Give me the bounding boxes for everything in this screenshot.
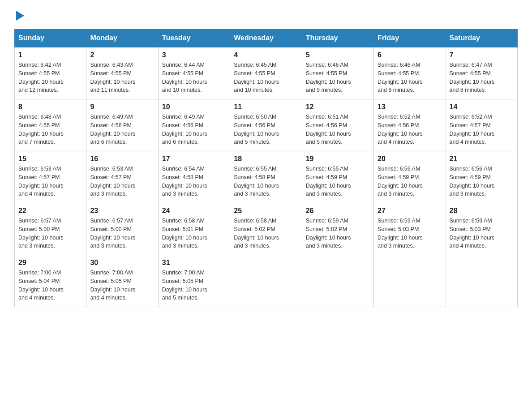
calendar-cell: 24 Sunrise: 6:58 AMSunset: 5:01 PMDaylig… — [158, 203, 230, 255]
day-info: Sunrise: 6:49 AMSunset: 4:56 PMDaylight:… — [162, 114, 207, 145]
day-number: 31 — [162, 259, 226, 267]
day-info: Sunrise: 6:53 AMSunset: 4:57 PMDaylight:… — [90, 166, 135, 197]
calendar-cell: 27 Sunrise: 6:59 AMSunset: 5:03 PMDaylig… — [374, 203, 446, 255]
day-info: Sunrise: 6:50 AMSunset: 4:56 PMDaylight:… — [234, 114, 279, 145]
day-number: 25 — [234, 207, 298, 215]
calendar-cell: 14 Sunrise: 6:52 AMSunset: 4:57 PMDaylig… — [446, 99, 517, 151]
calendar-cell: 26 Sunrise: 6:59 AMSunset: 5:02 PMDaylig… — [302, 203, 373, 255]
calendar-header-row: SundayMondayTuesdayWednesdayThursdayFrid… — [15, 30, 518, 47]
calendar-cell: 19 Sunrise: 6:55 AMSunset: 4:59 PMDaylig… — [302, 151, 373, 203]
day-info: Sunrise: 7:00 AMSunset: 5:05 PMDaylight:… — [90, 270, 135, 301]
day-number: 23 — [90, 207, 154, 215]
calendar-week-row: 15 Sunrise: 6:53 AMSunset: 4:57 PMDaylig… — [15, 151, 518, 203]
day-number: 8 — [18, 103, 82, 111]
calendar-cell: 30 Sunrise: 7:00 AMSunset: 5:05 PMDaylig… — [86, 255, 158, 307]
day-info: Sunrise: 6:46 AMSunset: 4:55 PMDaylight:… — [378, 62, 423, 93]
day-number: 6 — [378, 51, 442, 59]
day-number: 17 — [162, 155, 226, 163]
day-header-wednesday: Wednesday — [230, 30, 302, 47]
day-number: 13 — [378, 103, 442, 111]
day-number: 27 — [378, 207, 442, 215]
calendar-cell: 7 Sunrise: 6:47 AMSunset: 4:55 PMDayligh… — [446, 47, 517, 99]
calendar-cell: 4 Sunrise: 6:45 AMSunset: 4:55 PMDayligh… — [230, 47, 302, 99]
logo — [14, 11, 24, 22]
day-number: 19 — [306, 155, 370, 163]
calendar-cell: 11 Sunrise: 6:50 AMSunset: 4:56 PMDaylig… — [230, 99, 302, 151]
day-info: Sunrise: 6:59 AMSunset: 5:02 PMDaylight:… — [306, 218, 351, 249]
calendar-cell: 9 Sunrise: 6:49 AMSunset: 4:56 PMDayligh… — [86, 99, 158, 151]
day-info: Sunrise: 6:58 AMSunset: 5:01 PMDaylight:… — [162, 218, 207, 249]
calendar-cell: 22 Sunrise: 6:57 AMSunset: 5:00 PMDaylig… — [15, 203, 86, 255]
calendar-cell: 18 Sunrise: 6:55 AMSunset: 4:58 PMDaylig… — [230, 151, 302, 203]
calendar-cell: 13 Sunrise: 6:52 AMSunset: 4:56 PMDaylig… — [374, 99, 446, 151]
day-header-tuesday: Tuesday — [158, 30, 230, 47]
day-number: 5 — [306, 51, 370, 59]
day-header-sunday: Sunday — [15, 30, 86, 47]
day-info: Sunrise: 6:52 AMSunset: 4:57 PMDaylight:… — [450, 114, 495, 145]
calendar-table: SundayMondayTuesdayWednesdayThursdayFrid… — [14, 29, 518, 307]
day-info: Sunrise: 6:53 AMSunset: 4:57 PMDaylight:… — [18, 166, 64, 197]
day-info: Sunrise: 7:00 AMSunset: 5:05 PMDaylight:… — [162, 270, 207, 301]
day-info: Sunrise: 6:58 AMSunset: 5:02 PMDaylight:… — [234, 218, 279, 249]
day-number: 14 — [450, 103, 514, 111]
day-info: Sunrise: 6:49 AMSunset: 4:56 PMDaylight:… — [90, 114, 135, 145]
day-number: 26 — [306, 207, 370, 215]
day-number: 29 — [18, 259, 82, 267]
day-number: 12 — [306, 103, 370, 111]
day-info: Sunrise: 6:56 AMSunset: 4:59 PMDaylight:… — [450, 166, 495, 197]
day-info: Sunrise: 6:55 AMSunset: 4:58 PMDaylight:… — [234, 166, 279, 197]
day-number: 22 — [18, 207, 82, 215]
calendar-cell: 12 Sunrise: 6:51 AMSunset: 4:56 PMDaylig… — [302, 99, 373, 151]
calendar-cell: 6 Sunrise: 6:46 AMSunset: 4:55 PMDayligh… — [374, 47, 446, 99]
day-info: Sunrise: 6:54 AMSunset: 4:58 PMDaylight:… — [162, 166, 207, 197]
day-info: Sunrise: 6:57 AMSunset: 5:00 PMDaylight:… — [90, 218, 135, 249]
calendar-cell: 3 Sunrise: 6:44 AMSunset: 4:55 PMDayligh… — [158, 47, 230, 99]
calendar-cell: 10 Sunrise: 6:49 AMSunset: 4:56 PMDaylig… — [158, 99, 230, 151]
day-number: 28 — [450, 207, 514, 215]
day-number: 2 — [90, 51, 154, 59]
calendar-cell — [302, 255, 373, 307]
calendar-week-row: 1 Sunrise: 6:42 AMSunset: 4:55 PMDayligh… — [15, 47, 518, 99]
day-info: Sunrise: 6:57 AMSunset: 5:00 PMDaylight:… — [18, 218, 64, 249]
day-number: 18 — [234, 155, 298, 163]
day-number: 10 — [162, 103, 226, 111]
day-number: 16 — [90, 155, 154, 163]
day-info: Sunrise: 6:45 AMSunset: 4:55 PMDaylight:… — [234, 62, 279, 93]
day-header-saturday: Saturday — [446, 30, 517, 47]
day-number: 20 — [378, 155, 442, 163]
logo-line2 — [14, 20, 24, 22]
calendar-cell: 16 Sunrise: 6:53 AMSunset: 4:57 PMDaylig… — [86, 151, 158, 203]
day-number: 4 — [234, 51, 298, 59]
svg-marker-0 — [16, 11, 24, 21]
day-info: Sunrise: 6:44 AMSunset: 4:55 PMDaylight:… — [162, 62, 207, 93]
day-info: Sunrise: 6:47 AMSunset: 4:55 PMDaylight:… — [450, 62, 495, 93]
calendar-cell: 17 Sunrise: 6:54 AMSunset: 4:58 PMDaylig… — [158, 151, 230, 203]
calendar-cell: 2 Sunrise: 6:43 AMSunset: 4:55 PMDayligh… — [86, 47, 158, 99]
calendar-week-row: 22 Sunrise: 6:57 AMSunset: 5:00 PMDaylig… — [15, 203, 518, 255]
day-number: 3 — [162, 51, 226, 59]
day-number: 24 — [162, 207, 226, 215]
day-number: 30 — [90, 259, 154, 267]
day-info: Sunrise: 6:55 AMSunset: 4:59 PMDaylight:… — [306, 166, 351, 197]
day-info: Sunrise: 6:43 AMSunset: 4:55 PMDaylight:… — [90, 62, 135, 93]
calendar-cell: 15 Sunrise: 6:53 AMSunset: 4:57 PMDaylig… — [15, 151, 86, 203]
calendar-cell: 20 Sunrise: 6:56 AMSunset: 4:59 PMDaylig… — [374, 151, 446, 203]
day-number: 11 — [234, 103, 298, 111]
day-header-friday: Friday — [374, 30, 446, 47]
calendar-cell: 29 Sunrise: 7:00 AMSunset: 5:04 PMDaylig… — [15, 255, 86, 307]
day-info: Sunrise: 6:52 AMSunset: 4:56 PMDaylight:… — [378, 114, 423, 145]
day-number: 15 — [18, 155, 82, 163]
calendar-cell: 23 Sunrise: 6:57 AMSunset: 5:00 PMDaylig… — [86, 203, 158, 255]
calendar-cell: 1 Sunrise: 6:42 AMSunset: 4:55 PMDayligh… — [15, 47, 86, 99]
day-header-monday: Monday — [86, 30, 158, 47]
day-info: Sunrise: 7:00 AMSunset: 5:04 PMDaylight:… — [18, 270, 64, 301]
calendar-cell — [230, 255, 302, 307]
calendar-cell: 28 Sunrise: 6:59 AMSunset: 5:03 PMDaylig… — [446, 203, 517, 255]
calendar-cell: 8 Sunrise: 6:48 AMSunset: 4:55 PMDayligh… — [15, 99, 86, 151]
day-info: Sunrise: 6:59 AMSunset: 5:03 PMDaylight:… — [450, 218, 495, 249]
day-info: Sunrise: 6:56 AMSunset: 4:59 PMDaylight:… — [378, 166, 423, 197]
day-number: 21 — [450, 155, 514, 163]
day-number: 9 — [90, 103, 154, 111]
day-info: Sunrise: 6:59 AMSunset: 5:03 PMDaylight:… — [378, 218, 423, 249]
calendar-week-row: 8 Sunrise: 6:48 AMSunset: 4:55 PMDayligh… — [15, 99, 518, 151]
